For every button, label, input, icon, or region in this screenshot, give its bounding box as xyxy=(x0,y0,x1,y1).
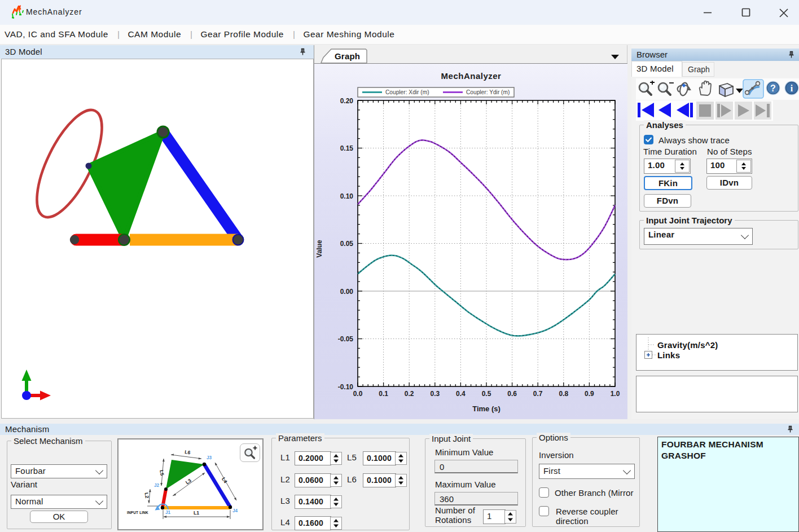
svg-text:J3: J3 xyxy=(207,455,212,460)
svg-text:0.3: 0.3 xyxy=(430,390,440,398)
svg-text:0.20: 0.20 xyxy=(340,97,354,105)
svg-text:Gravity(m/s^2): Gravity(m/s^2) xyxy=(657,340,718,350)
svg-text:L2: L2 xyxy=(143,492,150,499)
svg-text:J1: J1 xyxy=(165,510,171,515)
svg-text:?: ? xyxy=(770,83,776,93)
svg-text:0.2: 0.2 xyxy=(405,390,414,398)
svg-text:1.0: 1.0 xyxy=(611,390,620,398)
svg-text:-0.05: -0.05 xyxy=(338,335,354,343)
svg-text:L5: L5 xyxy=(159,470,165,477)
svg-text:0.8: 0.8 xyxy=(559,390,568,398)
svg-text:0.00: 0.00 xyxy=(340,288,354,296)
svg-text:J2: J2 xyxy=(154,483,160,488)
svg-text:0.4: 0.4 xyxy=(456,390,466,398)
svg-text:Coupler: Ydir (m): Coupler: Ydir (m) xyxy=(466,89,510,95)
svg-text:MechAnalyzer: MechAnalyzer xyxy=(441,71,502,81)
svg-text:0.7: 0.7 xyxy=(533,390,543,398)
svg-text:0.10: 0.10 xyxy=(340,192,354,200)
svg-text:L4: L4 xyxy=(221,476,229,484)
svg-text:L3: L3 xyxy=(185,477,192,485)
svg-text:0.15: 0.15 xyxy=(340,144,354,152)
svg-text:0.9: 0.9 xyxy=(585,390,594,398)
svg-text:0.5: 0.5 xyxy=(482,390,491,398)
svg-text:J4: J4 xyxy=(232,508,238,513)
svg-text:0.05: 0.05 xyxy=(340,240,354,248)
svg-text:0.1: 0.1 xyxy=(379,390,388,398)
svg-text:Links: Links xyxy=(657,350,680,360)
svg-text:Coupler: Xdir (m): Coupler: Xdir (m) xyxy=(385,89,429,95)
svg-text:0.0: 0.0 xyxy=(353,390,363,398)
svg-text:L1: L1 xyxy=(194,510,199,516)
svg-text:Time (s): Time (s) xyxy=(472,405,501,413)
svg-text:Value: Value xyxy=(315,240,323,258)
svg-text:i: i xyxy=(791,83,793,93)
svg-text:0.6: 0.6 xyxy=(507,390,517,398)
svg-text:L6: L6 xyxy=(185,449,191,455)
svg-text:INPUT LINK: INPUT LINK xyxy=(127,511,148,515)
svg-text:-0.10: -0.10 xyxy=(338,383,354,391)
svg-text:Graph: Graph xyxy=(335,51,360,61)
